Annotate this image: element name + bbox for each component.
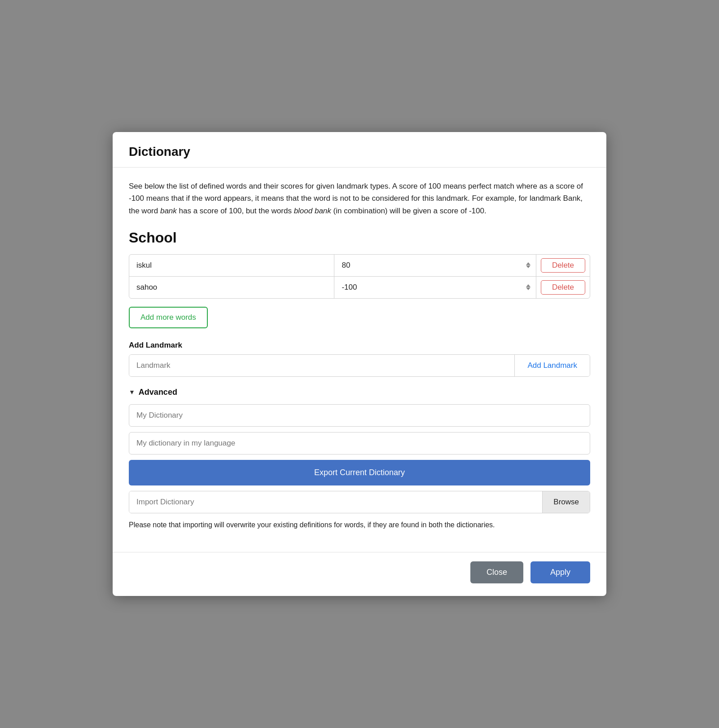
export-dictionary-button[interactable]: Export Current Dictionary	[129, 460, 590, 485]
apply-button[interactable]: Apply	[530, 561, 590, 583]
add-landmark-row: Add Landmark	[129, 354, 590, 377]
spinner-down-icon-1[interactable]	[526, 265, 530, 268]
dialog-footer: Close Apply	[113, 552, 606, 596]
table-row: Delete	[129, 277, 590, 298]
spinner-up-icon-1[interactable]	[526, 262, 530, 265]
triangle-icon: ▼	[129, 388, 135, 396]
browse-button[interactable]: Browse	[542, 491, 590, 513]
column-divider-1b	[536, 255, 536, 276]
dict-name-input[interactable]	[129, 404, 590, 427]
score-input-2[interactable]	[342, 277, 522, 298]
dictionary-dialog: Dictionary See below the list of defined…	[113, 132, 606, 596]
score-wrapper-2	[334, 277, 535, 298]
import-input[interactable]	[129, 491, 542, 513]
dialog-title: Dictionary	[129, 145, 590, 159]
score-spinner-1[interactable]	[524, 260, 532, 270]
advanced-section: ▼ Advanced Export Current Dictionary Bro…	[129, 388, 590, 530]
add-landmark-section: Add Landmark Add Landmark	[129, 341, 590, 377]
school-section-title: School	[129, 229, 590, 246]
word-rows-container: Delete Delete	[129, 254, 590, 299]
advanced-toggle[interactable]: ▼ Advanced	[129, 388, 590, 397]
score-input-1[interactable]	[342, 255, 522, 276]
table-row: Delete	[129, 255, 590, 277]
delete-button-2[interactable]: Delete	[541, 280, 585, 295]
description-text: See below the list of defined words and …	[129, 180, 590, 217]
add-landmark-label: Add Landmark	[129, 341, 590, 350]
import-note: Please note that importing will overwrit…	[129, 520, 590, 530]
import-row: Browse	[129, 491, 590, 513]
spinner-down-icon-2[interactable]	[526, 287, 530, 290]
landmark-input[interactable]	[129, 355, 514, 376]
delete-button-1[interactable]: Delete	[541, 258, 585, 273]
spinner-up-icon-2[interactable]	[526, 284, 530, 287]
add-more-words-button[interactable]: Add more words	[129, 307, 208, 328]
column-divider-2b	[536, 277, 536, 298]
dict-lang-input[interactable]	[129, 432, 590, 454]
close-button[interactable]: Close	[470, 561, 523, 583]
word-input-2[interactable]	[129, 277, 334, 298]
word-input-1[interactable]	[129, 255, 334, 276]
dialog-body: See below the list of defined words and …	[113, 168, 606, 552]
advanced-label: Advanced	[139, 388, 177, 397]
score-spinner-2[interactable]	[524, 282, 532, 292]
dialog-header: Dictionary	[113, 132, 606, 168]
add-landmark-button[interactable]: Add Landmark	[514, 355, 590, 376]
score-wrapper-1	[334, 255, 535, 276]
